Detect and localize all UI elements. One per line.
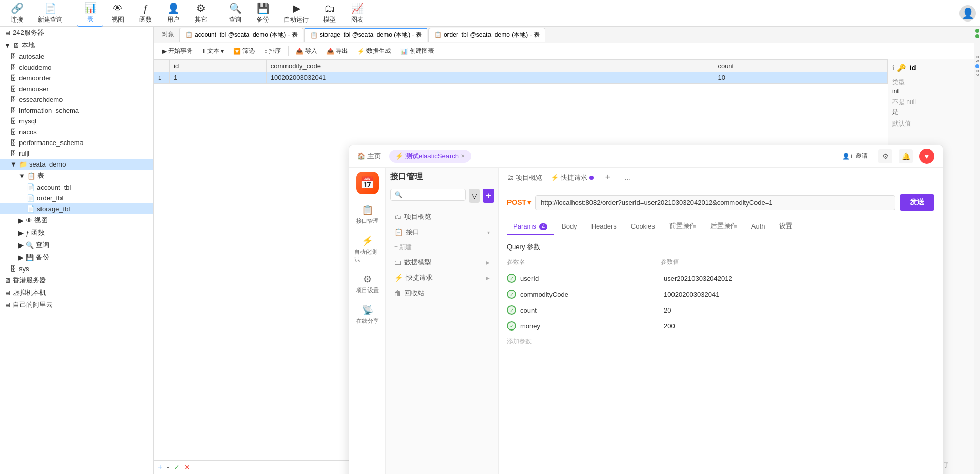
add-param-btn[interactable]: 添加参数 bbox=[507, 334, 934, 349]
table-row[interactable]: 1 1 100202003032041 10 bbox=[154, 72, 888, 84]
sidebar-item-nacos[interactable]: 🗄 nacos bbox=[0, 127, 153, 137]
sidebar-item-mysql[interactable]: 🗄 mysql bbox=[0, 116, 153, 127]
text-btn[interactable]: T 文本 ▾ bbox=[198, 46, 228, 56]
api-add-btn[interactable]: + bbox=[483, 189, 494, 203]
toolbar-function[interactable]: ƒ 函数 bbox=[133, 1, 158, 26]
param-val-commodityCode[interactable]: 100202003032041 bbox=[664, 291, 934, 298]
toolbar-autorun[interactable]: ▶ 自动运行 bbox=[278, 0, 315, 26]
sidebar-item-views-group[interactable]: ▶ 👁 视图 bbox=[0, 214, 153, 226]
api-add-new[interactable]: + 新建 bbox=[390, 240, 494, 255]
sidebar-item-virt[interactable]: 🖥 虚拟机本机 bbox=[0, 286, 153, 299]
send-btn[interactable]: 发送 bbox=[900, 194, 934, 211]
remove-row-btn[interactable]: - bbox=[167, 463, 169, 472]
api-add-tab-btn[interactable]: + bbox=[602, 172, 614, 184]
import-btn[interactable]: 📥 导入 bbox=[292, 46, 321, 56]
cell-id[interactable]: 1 bbox=[170, 72, 267, 84]
invite-btn[interactable]: 👤+ 邀请 bbox=[838, 150, 872, 162]
api-home-btn[interactable]: 🏠 主页 bbox=[357, 152, 381, 161]
sort-btn[interactable]: ↕ 排序 bbox=[260, 46, 285, 56]
param-val-userId[interactable]: user202103032042012 bbox=[664, 275, 934, 282]
col-count[interactable]: count bbox=[713, 60, 888, 72]
sidebar-item-essearchdemo[interactable]: 🗄 essearchdemo bbox=[0, 94, 153, 105]
param-check-count[interactable]: ✓ bbox=[507, 305, 516, 315]
url-input[interactable] bbox=[535, 195, 895, 210]
api-menu-recycle[interactable]: 🗑 回收站 bbox=[390, 285, 494, 301]
params-tab-body[interactable]: Body bbox=[556, 218, 583, 235]
user-avatar[interactable]: 👤 bbox=[959, 5, 976, 22]
sidebar-item-seata-demo[interactable]: ▼ 📁 seata_demo bbox=[0, 159, 153, 170]
params-tab-auth[interactable]: Auth bbox=[745, 218, 771, 235]
confirm-btn[interactable]: ✓ bbox=[174, 463, 180, 471]
sidebar-item-backup-group[interactable]: ▶ 💾 备份 bbox=[0, 251, 153, 263]
sidebar-item-queries-group[interactable]: ▶ 🔍 查询 bbox=[0, 239, 153, 251]
api-filter-btn[interactable]: ▽ bbox=[469, 189, 480, 203]
params-tab-settings[interactable]: 设置 bbox=[773, 217, 799, 236]
api-search-input[interactable] bbox=[404, 191, 461, 198]
sidebar-item-order-tbl[interactable]: 📄 order_tbl bbox=[0, 193, 153, 203]
tab-storage[interactable]: 📋 storage_tbl @seata_demo (本地) - 表 bbox=[304, 28, 427, 42]
sidebar-item-functions-group[interactable]: ▶ ƒ 函数 bbox=[0, 226, 153, 239]
api-menu-data-model[interactable]: 🗃 数据模型 ▶ bbox=[390, 255, 494, 270]
cell-commodity-code[interactable]: 100202003032041 bbox=[266, 72, 713, 84]
sidebar-item-tables-group[interactable]: ▼ 📋 表 bbox=[0, 170, 153, 182]
param-check-money[interactable]: ✓ bbox=[507, 321, 516, 331]
sidebar-item-storage-tbl[interactable]: 📄 storage_tbl bbox=[0, 203, 153, 214]
api-tab-active[interactable]: ⚡ 测试elasticSearch ✕ bbox=[389, 150, 471, 163]
param-check-commodityCode[interactable]: ✓ bbox=[507, 290, 516, 299]
param-check-userId[interactable]: ✓ bbox=[507, 274, 516, 283]
params-tab-post-ops[interactable]: 后置操作 bbox=[704, 217, 743, 236]
toolbar-chart[interactable]: 📈 图表 bbox=[344, 0, 370, 26]
params-tab-params[interactable]: Params 4 bbox=[507, 218, 554, 235]
param-val-count[interactable]: 20 bbox=[664, 306, 934, 314]
sidebar-item-sys[interactable]: 🗄 sys bbox=[0, 263, 153, 274]
sidebar-item-clouddemo[interactable]: 🗄 clouddemo bbox=[0, 62, 153, 73]
sidebar-item-account-tbl[interactable]: 📄 account_tbl bbox=[0, 182, 153, 193]
col-id[interactable]: id bbox=[170, 60, 267, 72]
param-name-commodityCode[interactable]: commodityCode bbox=[520, 291, 664, 298]
params-tab-pre-ops[interactable]: 前置操作 bbox=[663, 217, 702, 236]
export-btn[interactable]: 📤 导出 bbox=[322, 46, 352, 56]
sidebar-item-ruiji[interactable]: 🗄 ruiji bbox=[0, 148, 153, 159]
add-row-btn[interactable]: + bbox=[158, 463, 162, 472]
sidebar-item-aliyun[interactable]: 🖥 自己的阿里云 bbox=[0, 299, 153, 311]
settings-btn[interactable]: ⚙ bbox=[878, 149, 892, 163]
api-nav-interface[interactable]: 📋 接口管理 bbox=[352, 200, 383, 229]
param-name-userId[interactable]: userId bbox=[520, 275, 664, 282]
sidebar-item-demouser[interactable]: 🗄 demouser bbox=[0, 84, 153, 94]
sidebar-item-local[interactable]: ▼ 🖥 本地 bbox=[0, 39, 153, 51]
param-name-money[interactable]: money bbox=[520, 322, 664, 330]
cancel-btn[interactable]: ✕ bbox=[184, 463, 190, 471]
cell-count[interactable]: 10 bbox=[713, 72, 888, 84]
generate-btn[interactable]: ⚡ 数据生成 bbox=[353, 46, 395, 56]
api-tab-close[interactable]: ✕ bbox=[461, 153, 465, 159]
filter-btn[interactable]: 🔽 筛选 bbox=[229, 46, 259, 56]
api-menu-project-overview[interactable]: 🗂 项目概览 bbox=[390, 209, 494, 224]
toolbar-view[interactable]: 👁 视图 bbox=[105, 1, 131, 26]
api-nav-online-share[interactable]: 📡 在线分享 bbox=[352, 300, 383, 329]
toolbar-new-query[interactable]: 📄 新建查询 bbox=[32, 0, 69, 26]
param-val-money[interactable]: 200 bbox=[664, 322, 934, 330]
toolbar-backup[interactable]: 💾 备份 bbox=[250, 0, 276, 26]
col-commodity-code[interactable]: commodity_code bbox=[266, 60, 713, 72]
api-project-overview-tab[interactable]: 🗂 项目概览 bbox=[507, 173, 542, 182]
api-nav-project-settings[interactable]: ⚙ 项目设置 bbox=[352, 270, 383, 298]
params-tab-headers[interactable]: Headers bbox=[585, 218, 623, 235]
toolbar-connect[interactable]: 🔗 连接 bbox=[4, 0, 30, 26]
api-nav-autotest[interactable]: ⚡ 自动化测试 bbox=[352, 231, 383, 267]
params-tab-cookies[interactable]: Cookies bbox=[625, 218, 661, 235]
api-menu-interface[interactable]: 📋 接口 ▾ bbox=[390, 224, 494, 240]
create-chart-btn[interactable]: 📊 创建图表 bbox=[396, 46, 438, 56]
sidebar-item-autosale[interactable]: 🗄 autosale bbox=[0, 51, 153, 62]
api-quick-req-tab[interactable]: ⚡ 快捷请求 bbox=[550, 173, 594, 182]
toolbar-table[interactable]: 📊 表 bbox=[77, 0, 103, 27]
toolbar-user[interactable]: 👤 用户 bbox=[160, 0, 186, 26]
api-menu-quick-req[interactable]: ⚡ 快捷请求 ▶ bbox=[390, 270, 494, 285]
tab-order[interactable]: 📋 order_tbl @seata_demo (本地) - 表 bbox=[428, 28, 545, 42]
sidebar-item-server-242[interactable]: 🖥 242服务器 bbox=[0, 27, 153, 39]
toolbar-model[interactable]: 🗂 模型 bbox=[317, 1, 342, 26]
param-name-count[interactable]: count bbox=[520, 306, 664, 314]
begin-tx-btn[interactable]: ▶ 开始事务 bbox=[158, 46, 197, 56]
method-select[interactable]: POST ▾ bbox=[507, 198, 531, 207]
sidebar-item-information-schema[interactable]: 🗄 information_schema bbox=[0, 105, 153, 116]
tab-account[interactable]: 📋 account_tbl @seata_demo (本地) - 表 bbox=[179, 28, 303, 42]
